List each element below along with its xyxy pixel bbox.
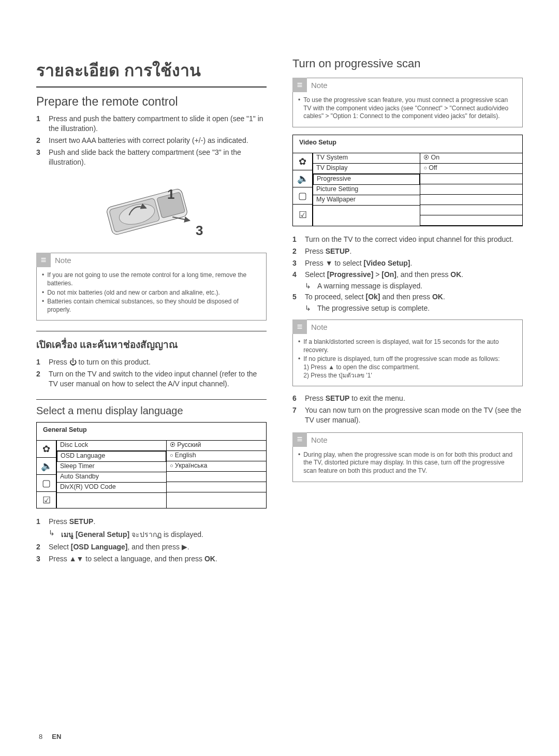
note-title: Note (311, 81, 328, 90)
note-item: If a blank/distorted screen is displayed… (303, 338, 517, 354)
note-item: During play, when the progressive scan m… (303, 451, 517, 475)
step-text: Turn on the TV and switch to the video i… (49, 369, 267, 389)
note-icon: ≡ (292, 319, 307, 334)
menu-item: Sleep Timer (57, 462, 166, 472)
step-text: Press SETUP. (305, 246, 523, 256)
down-icon: ▼ (326, 259, 333, 267)
step-text: Press SETUP to exit the menu. (305, 394, 523, 403)
steps-progressive: 1Turn on the TV to the correct video inp… (292, 235, 523, 280)
chapter-title: รายละเอียด การใช้งาน (36, 57, 267, 83)
step-text: Press SETUP. (49, 517, 267, 527)
screen-icon: ▢ (37, 475, 56, 492)
svg-text:1: 1 (167, 186, 174, 202)
menu-option: On (420, 153, 522, 164)
note-box: ≡ Note •If a blank/distorted screen is d… (292, 319, 523, 386)
menu-item: DivX(R) VOD Code (57, 483, 166, 493)
menu-item: TV System (313, 153, 420, 164)
note-icon: ≡ (36, 253, 51, 267)
svg-text:3: 3 (196, 223, 203, 238)
speaker-icon: 🔈 (293, 170, 313, 187)
step-text: Press and push the battery compartment t… (49, 114, 267, 134)
speaker-icon: 🔈 (37, 458, 56, 475)
screen-icon: ▢ (293, 187, 313, 205)
menu-option: Off (420, 164, 522, 174)
note-item: To use the progressive scan feature, you… (303, 96, 517, 121)
menu-option: Українська (167, 461, 266, 472)
page-footer: 8 EN (39, 733, 61, 740)
page-lang: EN (52, 733, 61, 740)
updown-icon: ▲▼ (69, 555, 84, 563)
step-text: Press ▲▼ to select a language, and then … (49, 554, 267, 564)
video-setup-menu: Video Setup ✿ 🔈 ▢ ☑ TV System TV Display… (292, 135, 523, 226)
sub-step: ↳The progressive setup is complete. (305, 304, 523, 312)
steps-prepare: 1Press and push the battery compartment … (36, 114, 267, 167)
note-box: ≡ Note •During play, when the progressiv… (292, 432, 523, 482)
note-item: Do not mix batteries (old and new or car… (47, 289, 220, 297)
menu-item: Disc Lock (57, 441, 166, 451)
menu-item-selected: OSD Language (57, 451, 166, 462)
divider (36, 399, 267, 400)
step-text: Select [Progressive] > [On], and then pr… (305, 270, 523, 280)
gear-icon: ✿ (293, 153, 313, 170)
step-text: To proceed, select [Ok] and then press O… (305, 292, 523, 302)
note-item: If you are not going to use the remote c… (47, 271, 261, 287)
step-text: Select [OSD Language], and then press ▶. (49, 542, 267, 552)
menu-item: TV Display (313, 164, 420, 174)
check-icon: ☑ (37, 492, 56, 508)
step-text: You can now turn on the progressive scan… (305, 405, 523, 425)
note-icon: ≡ (292, 78, 307, 92)
page-number: 8 (39, 733, 42, 740)
note-title: Note (55, 256, 71, 265)
menu-item: Auto Standby (57, 472, 166, 483)
menu-heading: Video Setup (293, 135, 522, 153)
menu-tab-icons: ✿ 🔈 ▢ ☑ (37, 441, 56, 508)
step-text: Insert two AAA batteries with correct po… (49, 136, 267, 146)
sub-step: ↳A warning message is displayed. (305, 282, 523, 290)
menu-option: English (167, 451, 266, 461)
note-item: Batteries contain chemical substances, s… (47, 298, 261, 314)
menu-tab-icons: ✿ 🔈 ▢ ☑ (293, 153, 313, 226)
battery-illustration: 1 3 (92, 173, 211, 245)
menu-item: My Wallpaper (313, 195, 420, 206)
note-box: ≡ Note •To use the progressive scan feat… (292, 78, 523, 127)
steps-find-channel: 1Press ⏻ to turn on this product. 2Turn … (36, 357, 267, 389)
note-title: Note (311, 435, 328, 444)
section-find-channel: เปิดเครื่อง และค้นหาช่องสัญญาณ (36, 337, 267, 352)
note-title: Note (311, 323, 328, 331)
right-icon: ▶ (182, 543, 187, 551)
menu-option: Русский (167, 441, 266, 451)
menu-heading: General Setup (37, 423, 266, 440)
step-text: Press ⏻ to turn on this product. (49, 357, 267, 367)
step-text: Push and slide back the battery compartm… (49, 148, 267, 167)
check-icon: ☑ (293, 205, 313, 226)
menu-item: Picture Setting (313, 185, 420, 195)
note-box: ≡ Note •If you are not going to use the … (36, 253, 267, 321)
section-progressive: Turn on progressive scan (292, 57, 523, 70)
gear-icon: ✿ (37, 441, 56, 458)
section-language: Select a menu display language (36, 405, 267, 417)
steps-progressive-2: 6Press SETUP to exit the menu. 7You can … (292, 394, 523, 425)
divider (36, 331, 267, 331)
menu-item-selected: Progressive (313, 174, 420, 185)
section-prepare-remote: Prepare the remote control (36, 95, 267, 109)
step-text: Press ▼ to select [Video Setup]. (305, 258, 523, 268)
power-icon: ⏻ (69, 358, 77, 366)
note-icon: ≡ (292, 432, 307, 447)
sub-step: ↳เมนู [General Setup] จะปรากฏ is display… (49, 529, 267, 540)
divider (36, 86, 267, 88)
steps-language: 1Press SETUP. (36, 517, 267, 527)
step-text: Turn on the TV to the correct video inpu… (305, 235, 523, 244)
left-column: รายละเอียด การใช้งาน Prepare the remote … (36, 57, 267, 566)
note-item: If no picture is displayed, turn off the… (303, 355, 499, 380)
right-column: Turn on progressive scan ≡ Note •To use … (292, 57, 523, 566)
general-setup-menu: General Setup ✿ 🔈 ▢ ☑ Disc Lock OSD Lang… (36, 422, 267, 508)
